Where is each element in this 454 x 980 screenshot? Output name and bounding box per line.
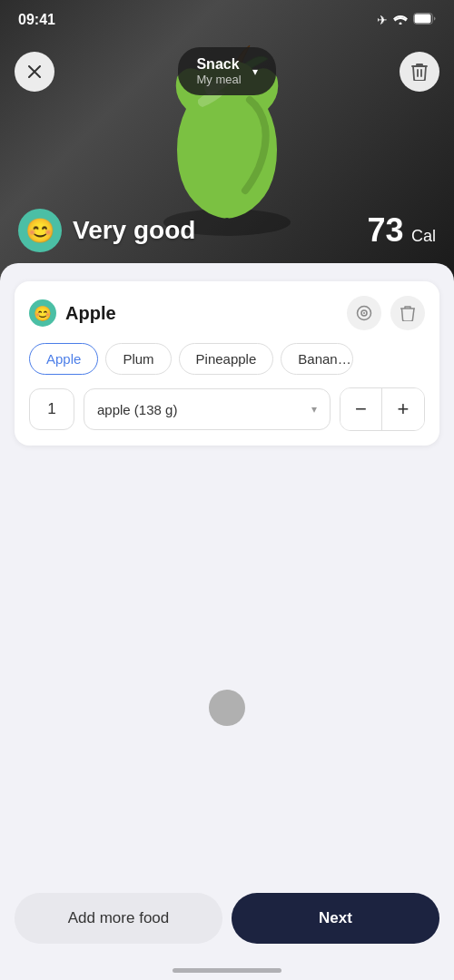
status-time: 09:41: [18, 12, 55, 28]
top-nav: Snack My meal ▾: [0, 47, 454, 95]
calories-unit: Cal: [411, 227, 436, 245]
food-title-group: 😊 Apple: [29, 299, 116, 327]
quantity-number: 1: [29, 388, 74, 430]
delete-food-button[interactable]: [390, 296, 425, 330]
meal-text: Snack My meal: [196, 56, 241, 86]
svg-point-5: [363, 312, 365, 314]
food-actions: [347, 296, 425, 330]
view-button[interactable]: [347, 296, 381, 330]
bottom-buttons: Add more food Next: [0, 893, 454, 944]
unit-text: apple (138 g): [97, 402, 177, 417]
mood-emoji: 😊: [18, 209, 62, 252]
next-button[interactable]: Next: [232, 893, 439, 944]
add-more-food-button[interactable]: Add more food: [15, 893, 222, 944]
decrease-button[interactable]: −: [340, 388, 382, 430]
food-name: Apple: [65, 303, 116, 324]
battery-icon: [413, 13, 436, 27]
chevron-down-icon: ▾: [252, 65, 258, 78]
tag-chips: Apple Plum Pineapple Banan…: [29, 343, 425, 375]
tag-plum[interactable]: Plum: [105, 343, 171, 375]
wifi-icon: [393, 13, 408, 27]
meal-title: Snack: [196, 56, 241, 73]
meal-selector[interactable]: Snack My meal ▾: [178, 47, 275, 95]
status-icons: ✈: [377, 13, 436, 27]
mood-bar: 😊 Very good 73 Cal: [0, 209, 454, 252]
quantity-row: 1 apple (138 g) ▾ − +: [29, 387, 425, 431]
unit-chevron-icon: ▾: [311, 403, 317, 416]
main-card: 😊 Apple Apple: [0, 263, 454, 980]
unit-selector[interactable]: apple (138 g) ▾: [84, 388, 331, 430]
increase-button[interactable]: +: [382, 388, 424, 430]
status-bar: 09:41 ✈: [0, 0, 454, 40]
food-emoji: 😊: [29, 299, 56, 327]
home-indicator: [173, 968, 281, 973]
delete-button[interactable]: [400, 52, 439, 92]
tag-banana[interactable]: Banan…: [281, 343, 353, 375]
quantity-stepper: − +: [340, 387, 425, 431]
food-header: 😊 Apple: [29, 296, 425, 330]
calories-number: 73: [367, 211, 403, 249]
svg-rect-2: [415, 15, 431, 24]
food-item-card: 😊 Apple Apple: [15, 281, 439, 446]
close-button[interactable]: [15, 52, 54, 92]
calories-display: 73 Cal: [367, 211, 436, 250]
tag-pineapple[interactable]: Pineapple: [179, 343, 274, 375]
meal-subtitle: My meal: [196, 73, 241, 86]
airplane-icon: ✈: [377, 13, 388, 27]
mood-left: 😊 Very good: [18, 209, 195, 252]
scroll-indicator: [209, 690, 245, 726]
mood-label: Very good: [73, 216, 195, 245]
tag-apple[interactable]: Apple: [29, 343, 98, 375]
